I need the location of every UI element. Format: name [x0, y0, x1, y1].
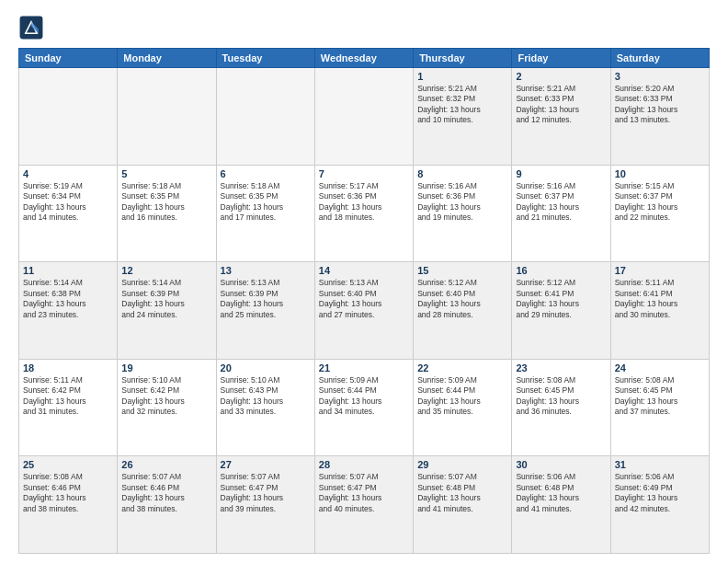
- day-number: 12: [121, 265, 211, 276]
- calendar-day-cell: 1Sunrise: 5:21 AM Sunset: 6:32 PM Daylig…: [414, 68, 512, 166]
- day-number: 22: [417, 362, 507, 373]
- calendar-day-cell: 13Sunrise: 5:13 AM Sunset: 6:39 PM Dayli…: [216, 262, 314, 360]
- day-info: Sunrise: 5:08 AM Sunset: 6:45 PM Dayligh…: [516, 375, 606, 418]
- day-number: 14: [319, 265, 409, 276]
- day-number: 13: [221, 265, 311, 276]
- day-number: 2: [516, 71, 606, 82]
- logo-icon: [18, 15, 44, 40]
- calendar-week-row: 11Sunrise: 5:14 AM Sunset: 6:38 PM Dayli…: [19, 262, 710, 360]
- day-number: 4: [23, 168, 113, 179]
- calendar-week-row: 25Sunrise: 5:08 AM Sunset: 6:46 PM Dayli…: [19, 456, 710, 554]
- day-number: 8: [417, 168, 507, 179]
- day-number: 18: [23, 362, 113, 373]
- day-number: 25: [23, 459, 113, 470]
- day-info: Sunrise: 5:15 AM Sunset: 6:37 PM Dayligh…: [615, 181, 705, 224]
- day-number: 31: [615, 459, 705, 470]
- day-info: Sunrise: 5:16 AM Sunset: 6:36 PM Dayligh…: [417, 181, 507, 224]
- day-info: Sunrise: 5:06 AM Sunset: 6:49 PM Dayligh…: [615, 472, 705, 514]
- day-info: Sunrise: 5:07 AM Sunset: 6:46 PM Dayligh…: [121, 472, 211, 514]
- day-info: Sunrise: 5:10 AM Sunset: 6:42 PM Dayligh…: [121, 375, 211, 418]
- page-header: [18, 15, 710, 40]
- day-number: 3: [615, 71, 705, 82]
- calendar-week-row: 18Sunrise: 5:11 AM Sunset: 6:42 PM Dayli…: [19, 359, 710, 456]
- calendar-day-cell: 19Sunrise: 5:10 AM Sunset: 6:42 PM Dayli…: [118, 359, 216, 456]
- day-number: 21: [319, 362, 409, 373]
- day-info: Sunrise: 5:09 AM Sunset: 6:44 PM Dayligh…: [319, 375, 409, 418]
- day-info: Sunrise: 5:21 AM Sunset: 6:32 PM Dayligh…: [417, 84, 507, 126]
- day-info: Sunrise: 5:07 AM Sunset: 6:48 PM Dayligh…: [417, 472, 507, 514]
- day-number: 16: [516, 265, 606, 276]
- day-info: Sunrise: 5:16 AM Sunset: 6:37 PM Dayligh…: [516, 181, 606, 224]
- day-number: 6: [221, 168, 311, 179]
- day-info: Sunrise: 5:06 AM Sunset: 6:48 PM Dayligh…: [516, 472, 606, 514]
- calendar-day-cell: 22Sunrise: 5:09 AM Sunset: 6:44 PM Dayli…: [414, 359, 512, 456]
- day-info: Sunrise: 5:12 AM Sunset: 6:40 PM Dayligh…: [417, 278, 507, 320]
- day-number: 15: [417, 265, 507, 276]
- day-number: 10: [615, 168, 705, 179]
- day-info: Sunrise: 5:08 AM Sunset: 6:45 PM Dayligh…: [615, 375, 705, 418]
- calendar-day-cell: 27Sunrise: 5:07 AM Sunset: 6:47 PM Dayli…: [216, 456, 314, 554]
- calendar-day-cell: [19, 68, 118, 166]
- calendar-day-cell: 30Sunrise: 5:06 AM Sunset: 6:48 PM Dayli…: [512, 456, 610, 554]
- calendar-day-cell: [216, 68, 314, 166]
- day-number: 1: [417, 71, 507, 82]
- day-number: 11: [23, 265, 113, 276]
- calendar-day-cell: 2Sunrise: 5:21 AM Sunset: 6:33 PM Daylig…: [512, 68, 610, 166]
- calendar-day-cell: 7Sunrise: 5:17 AM Sunset: 6:36 PM Daylig…: [314, 165, 413, 262]
- weekday-header: Wednesday: [314, 49, 413, 68]
- calendar-day-cell: 5Sunrise: 5:18 AM Sunset: 6:35 PM Daylig…: [118, 165, 216, 262]
- calendar-day-cell: 8Sunrise: 5:16 AM Sunset: 6:36 PM Daylig…: [414, 165, 512, 262]
- calendar-day-cell: 29Sunrise: 5:07 AM Sunset: 6:48 PM Dayli…: [414, 456, 512, 554]
- day-info: Sunrise: 5:21 AM Sunset: 6:33 PM Dayligh…: [516, 84, 606, 126]
- day-number: 24: [615, 362, 705, 373]
- weekday-header-row: SundayMondayTuesdayWednesdayThursdayFrid…: [19, 49, 710, 68]
- weekday-header: Thursday: [414, 49, 512, 68]
- logo: [18, 15, 48, 40]
- calendar-day-cell: 12Sunrise: 5:14 AM Sunset: 6:39 PM Dayli…: [118, 262, 216, 360]
- calendar-day-cell: 28Sunrise: 5:07 AM Sunset: 6:47 PM Dayli…: [314, 456, 413, 554]
- day-info: Sunrise: 5:11 AM Sunset: 6:42 PM Dayligh…: [23, 375, 113, 418]
- calendar-day-cell: 18Sunrise: 5:11 AM Sunset: 6:42 PM Dayli…: [19, 359, 118, 456]
- day-info: Sunrise: 5:09 AM Sunset: 6:44 PM Dayligh…: [417, 375, 507, 418]
- day-info: Sunrise: 5:13 AM Sunset: 6:40 PM Dayligh…: [319, 278, 409, 320]
- calendar-day-cell: 11Sunrise: 5:14 AM Sunset: 6:38 PM Dayli…: [19, 262, 118, 360]
- day-info: Sunrise: 5:08 AM Sunset: 6:46 PM Dayligh…: [23, 472, 113, 514]
- day-info: Sunrise: 5:18 AM Sunset: 6:35 PM Dayligh…: [121, 181, 211, 224]
- calendar-day-cell: 14Sunrise: 5:13 AM Sunset: 6:40 PM Dayli…: [314, 262, 413, 360]
- calendar-day-cell: 24Sunrise: 5:08 AM Sunset: 6:45 PM Dayli…: [610, 359, 709, 456]
- calendar-day-cell: 31Sunrise: 5:06 AM Sunset: 6:49 PM Dayli…: [610, 456, 709, 554]
- day-info: Sunrise: 5:07 AM Sunset: 6:47 PM Dayligh…: [221, 472, 311, 514]
- calendar-week-row: 4Sunrise: 5:19 AM Sunset: 6:34 PM Daylig…: [19, 165, 710, 262]
- weekday-header: Sunday: [19, 49, 118, 68]
- day-info: Sunrise: 5:07 AM Sunset: 6:47 PM Dayligh…: [319, 472, 409, 514]
- calendar-week-row: 1Sunrise: 5:21 AM Sunset: 6:32 PM Daylig…: [19, 68, 710, 166]
- day-info: Sunrise: 5:14 AM Sunset: 6:38 PM Dayligh…: [23, 278, 113, 320]
- calendar-day-cell: 3Sunrise: 5:20 AM Sunset: 6:33 PM Daylig…: [610, 68, 709, 166]
- calendar-day-cell: 6Sunrise: 5:18 AM Sunset: 6:35 PM Daylig…: [216, 165, 314, 262]
- day-number: 5: [121, 168, 211, 179]
- day-number: 19: [121, 362, 211, 373]
- calendar-table: SundayMondayTuesdayWednesdayThursdayFrid…: [18, 48, 710, 554]
- day-info: Sunrise: 5:19 AM Sunset: 6:34 PM Dayligh…: [23, 181, 113, 224]
- day-info: Sunrise: 5:11 AM Sunset: 6:41 PM Dayligh…: [615, 278, 705, 320]
- day-info: Sunrise: 5:20 AM Sunset: 6:33 PM Dayligh…: [615, 84, 705, 126]
- day-number: 26: [121, 459, 211, 470]
- calendar-day-cell: 26Sunrise: 5:07 AM Sunset: 6:46 PM Dayli…: [118, 456, 216, 554]
- day-number: 27: [221, 459, 311, 470]
- weekday-header: Friday: [512, 49, 610, 68]
- day-number: 17: [615, 265, 705, 276]
- weekday-header: Monday: [118, 49, 216, 68]
- day-number: 29: [417, 459, 507, 470]
- weekday-header: Saturday: [610, 49, 709, 68]
- calendar-day-cell: [118, 68, 216, 166]
- day-info: Sunrise: 5:13 AM Sunset: 6:39 PM Dayligh…: [221, 278, 311, 320]
- calendar-day-cell: 16Sunrise: 5:12 AM Sunset: 6:41 PM Dayli…: [512, 262, 610, 360]
- calendar-day-cell: 9Sunrise: 5:16 AM Sunset: 6:37 PM Daylig…: [512, 165, 610, 262]
- calendar-day-cell: 25Sunrise: 5:08 AM Sunset: 6:46 PM Dayli…: [19, 456, 118, 554]
- calendar-day-cell: 21Sunrise: 5:09 AM Sunset: 6:44 PM Dayli…: [314, 359, 413, 456]
- day-number: 23: [516, 362, 606, 373]
- day-number: 28: [319, 459, 409, 470]
- day-info: Sunrise: 5:10 AM Sunset: 6:43 PM Dayligh…: [221, 375, 311, 418]
- day-number: 30: [516, 459, 606, 470]
- svg-rect-0: [20, 17, 43, 40]
